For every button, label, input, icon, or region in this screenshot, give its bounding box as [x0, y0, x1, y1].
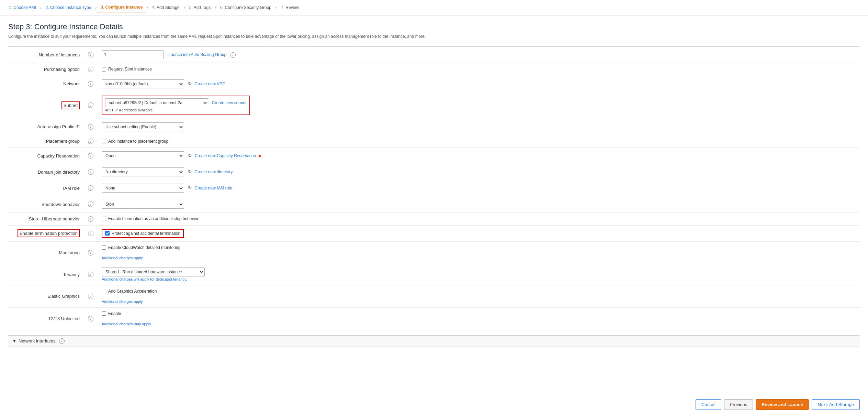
refresh-capacity-icon[interactable]: ↻	[188, 153, 192, 158]
page-description: Configure the instance to suit your requ…	[8, 33, 860, 40]
row-monitoring: Monitoring i Enable CloudWatch detailed …	[8, 241, 860, 264]
row-number-of-instances: Number of instances i Launch into Auto S…	[8, 47, 860, 63]
info-icon-purchasing[interactable]: i	[88, 67, 93, 72]
label-elastic-graphics: Elastic Graphics	[8, 285, 84, 307]
nav-step-4[interactable]: 4. Add Storage	[149, 3, 183, 12]
create-iam-link[interactable]: Create new IAM role	[194, 186, 232, 190]
nav-step-6[interactable]: 6. Configure Security Group	[217, 3, 275, 12]
hibernate-text: Enable hibernation as an additional stop…	[108, 216, 199, 221]
create-directory-link[interactable]: Create new directory	[194, 170, 233, 174]
elastic-graphics-charges-link[interactable]: Additional charges apply.	[102, 299, 144, 304]
subnet-note: 4091 IP Addresses available	[105, 108, 153, 112]
auto-assign-ip-select[interactable]: Use subnet setting (Enable)	[102, 122, 184, 131]
launch-autoscaling-link[interactable]: Launch into Auto Scaling Group	[168, 52, 226, 57]
info-icon-shutdown[interactable]: i	[88, 201, 93, 207]
elastic-graphics-checkbox-label[interactable]: Add Graphics Acceleration	[102, 289, 856, 294]
info-icon-elastic-graphics[interactable]: i	[88, 294, 93, 299]
label-tenancy: Tenancy	[8, 264, 84, 285]
purchasing-option-checkbox-label[interactable]: Request Spot instances	[102, 67, 856, 72]
refresh-iam-icon[interactable]: ↻	[188, 185, 192, 190]
label-capacity-reservation: Capacity Reservation	[8, 148, 84, 164]
row-capacity-reservation: Capacity Reservation i Open ↻ Create new…	[8, 148, 860, 164]
row-shutdown-behavior: Shutdown behavior i Stop	[8, 196, 860, 213]
hibernate-checkbox-label[interactable]: Enable hibernation as an additional stop…	[102, 216, 856, 221]
termination-protection-highlight: Protect against accidental termination	[102, 229, 184, 238]
nav-step-7[interactable]: 7. Review	[278, 3, 303, 12]
monitoring-charges-link[interactable]: Additional charges apply.	[102, 256, 144, 260]
t2t3-checkbox-label[interactable]: Enable	[102, 311, 856, 316]
info-icon-domain[interactable]: i	[88, 169, 93, 175]
page-content: Step 3: Configure Instance Details Confi…	[0, 15, 868, 354]
row-placement-group: Placement group i Add instance to placem…	[8, 135, 860, 148]
info-icon-autoscaling[interactable]: i	[230, 52, 236, 58]
create-subnet-link[interactable]: Create new subnet	[212, 100, 247, 105]
iam-role-select[interactable]: None	[102, 184, 184, 193]
label-number-of-instances: Number of instances	[8, 47, 84, 63]
info-icon-monitoring[interactable]: i	[88, 250, 93, 255]
elastic-graphics-checkbox[interactable]	[102, 289, 106, 293]
refresh-network-icon[interactable]: ↻	[188, 81, 192, 86]
row-stop-hibernate: Stop - Hibernate behavior i Enable hiber…	[8, 213, 860, 226]
monitoring-checkbox[interactable]	[102, 245, 106, 250]
label-purchasing-option: Purchasing option	[8, 63, 84, 76]
refresh-domain-icon[interactable]: ↻	[188, 169, 192, 174]
domain-join-select[interactable]: No directory	[102, 167, 184, 176]
termination-protection-text: Protect against accidental termination	[112, 231, 180, 236]
info-icon-placement[interactable]: i	[88, 139, 93, 144]
placement-group-checkbox[interactable]	[102, 139, 106, 143]
placement-group-label[interactable]: Add instance to placement group	[102, 139, 856, 144]
create-vpc-link[interactable]: Create new VPC	[194, 81, 225, 86]
hibernate-checkbox[interactable]	[102, 217, 106, 221]
info-icon-tenancy[interactable]: i	[88, 272, 93, 277]
t2t3-charges-link[interactable]: Additional charges may apply	[102, 322, 151, 326]
label-auto-assign-ip: Auto-assign Public IP	[8, 119, 84, 135]
nav-step-1[interactable]: 1. Choose AMI	[5, 3, 40, 12]
network-select[interactable]: vpc-d010d9bb (default)	[102, 79, 184, 88]
nav-step-5[interactable]: 5. Add Tags	[186, 3, 214, 12]
info-icon-hibernate[interactable]: i	[88, 216, 93, 222]
tenancy-charges-link[interactable]: Additional charges will apply for dedica…	[102, 277, 187, 281]
nav-step-3[interactable]: 3. Configure Instance	[97, 3, 146, 12]
monitoring-text: Enable CloudWatch detailed monitoring	[108, 245, 180, 250]
wizard-nav: 1. Choose AMI › 2. Choose Instance Type …	[0, 0, 868, 15]
t2t3-checkbox[interactable]	[102, 311, 106, 316]
info-icon-auto-assign[interactable]: i	[88, 124, 93, 130]
spot-instances-label: Request Spot instances	[108, 67, 152, 72]
label-domain-join: Domain join directory	[8, 164, 84, 180]
info-icon-termination[interactable]: i	[88, 231, 93, 236]
info-icon-subnet[interactable]: i	[88, 102, 93, 108]
info-icon-network-interfaces[interactable]: i	[59, 338, 65, 344]
network-interfaces-label: Network interfaces	[19, 338, 56, 344]
tenancy-select[interactable]: Shared - Run a shared hardware instance	[102, 268, 205, 276]
termination-protection-checkbox[interactable]	[105, 231, 110, 236]
nav-step-2[interactable]: 2. Choose Instance Type	[42, 3, 95, 12]
label-placement-group: Placement group	[8, 135, 84, 148]
info-icon-capacity[interactable]: i	[88, 153, 93, 159]
row-iam-role: IAM role i None ↻ Create new IAM role	[8, 180, 860, 196]
info-icon-t2t3[interactable]: i	[88, 316, 93, 322]
placement-group-text: Add instance to placement group	[108, 139, 168, 144]
row-subnet: Subnet i subnet-b97283d2 | Default in us…	[8, 92, 860, 119]
spot-instances-checkbox[interactable]	[102, 67, 106, 72]
info-icon-network[interactable]: i	[88, 81, 93, 87]
label-stop-hibernate: Stop - Hibernate behavior	[8, 213, 84, 226]
row-tenancy: Tenancy i Shared - Run a shared hardware…	[8, 264, 860, 285]
subnet-highlight-box: subnet-b97283d2 | Default in us-east-2a …	[102, 96, 250, 115]
create-capacity-link[interactable]: Create new Capacity Reservation	[194, 153, 256, 158]
row-auto-assign-ip: Auto-assign Public IP i Use subnet setti…	[8, 119, 860, 135]
page-title: Step 3: Configure Instance Details	[8, 22, 860, 31]
shutdown-behavior-select[interactable]: Stop	[102, 200, 184, 209]
subnet-select[interactable]: subnet-b97283d2 | Default in us-east-2a	[105, 98, 208, 107]
row-t2t3-unlimited: T2/T3 Unlimited i Enable Additional char…	[8, 307, 860, 330]
label-subnet: Subnet	[61, 101, 80, 109]
termination-checkbox-label[interactable]: Protect against accidental termination	[105, 231, 180, 236]
row-termination-protection: Enable termination protection i Protect …	[8, 225, 860, 241]
network-interfaces-section[interactable]: ▼ Network interfaces i	[8, 335, 860, 347]
instances-input[interactable]	[102, 50, 164, 59]
value-number-of-instances: Launch into Auto Scaling Group i	[98, 47, 860, 63]
info-icon-iam[interactable]: i	[88, 185, 93, 191]
info-icon-instances[interactable]: i	[88, 52, 93, 57]
row-domain-join: Domain join directory i No directory ↻ C…	[8, 164, 860, 180]
monitoring-checkbox-label[interactable]: Enable CloudWatch detailed monitoring	[102, 245, 856, 250]
capacity-reservation-select[interactable]: Open	[102, 151, 184, 160]
